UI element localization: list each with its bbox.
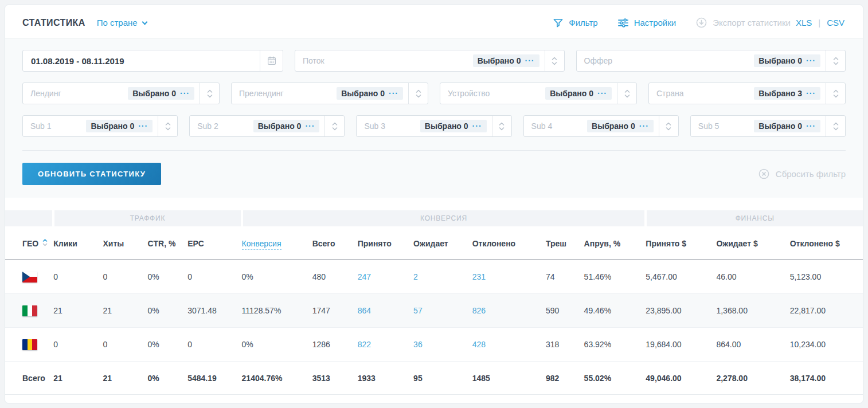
- filter-row-1: 01.08.2019 - 08.11.2019 ПотокВыбрано 0··…: [22, 50, 846, 72]
- column-header: Треш: [546, 226, 584, 260]
- value-cell: 0%: [242, 260, 312, 294]
- settings-label: Настройки: [634, 18, 677, 28]
- value-cell: 21: [53, 294, 103, 328]
- conversion-link-cell[interactable]: 822: [358, 328, 413, 362]
- date-range-input[interactable]: 01.08.2019 - 08.11.2019: [22, 50, 283, 72]
- statistics-card: СТАТИСТИКА По стране Фильтр Настройки: [5, 5, 863, 403]
- column-header: Апрув, %: [584, 226, 646, 260]
- value-cell: 19,684.00: [646, 328, 716, 362]
- totals-value-cell: 55.02%: [584, 362, 646, 395]
- value-cell: 0: [53, 328, 103, 362]
- date-range-value: 01.08.2019 - 08.11.2019: [23, 56, 260, 66]
- export-csv-link[interactable]: CSV: [827, 18, 844, 28]
- column-header[interactable]: Конверсия: [242, 226, 312, 260]
- conversion-link-cell[interactable]: 57: [413, 294, 472, 328]
- more-dots-icon[interactable]: ···: [806, 58, 816, 64]
- filter-select[interactable]: СтранаВыбрано 3···: [648, 83, 846, 104]
- more-dots-icon[interactable]: ···: [806, 123, 816, 129]
- export-xls-link[interactable]: XLS: [796, 18, 812, 28]
- conversion-link-cell[interactable]: 247: [358, 260, 413, 294]
- selected-count-chip: Выбрано 0···: [420, 120, 487, 132]
- filter-select[interactable]: ОфферВыбрано 0···: [576, 50, 846, 72]
- totals-value-cell: 21: [103, 362, 147, 395]
- value-cell: 5,123.00: [790, 260, 863, 294]
- totals-value-cell: 0%: [147, 362, 187, 395]
- more-dots-icon[interactable]: ···: [806, 91, 816, 96]
- filter-select[interactable]: ПрелендингВыбрано 0···: [231, 83, 428, 104]
- selected-count-label: Выбрано 0: [91, 121, 134, 131]
- conversion-link-cell[interactable]: 2: [413, 260, 472, 294]
- more-dots-icon[interactable]: ···: [305, 123, 315, 129]
- filter-select[interactable]: Sub 2Выбрано 0···: [189, 115, 345, 137]
- filter-select[interactable]: Sub 4Выбрано 0···: [523, 115, 679, 137]
- value-cell: 0: [103, 328, 147, 362]
- expand-collapse-icon[interactable]: [826, 50, 845, 71]
- filter-label: Фильтр: [569, 18, 597, 28]
- selected-count-chip: Выбрано 0···: [337, 87, 403, 100]
- totals-row: Всего21210%5484.1921404.76%3513193395148…: [5, 362, 863, 395]
- conversion-link-cell[interactable]: 428: [472, 328, 546, 362]
- totals-value-cell: 982: [546, 362, 584, 395]
- value-cell: 21: [103, 294, 147, 328]
- conversion-column-link[interactable]: Конверсия: [242, 239, 281, 250]
- filter-row-2: ЛендингВыбрано 0···ПрелендингВыбрано 0··…: [22, 83, 846, 104]
- flag-ro-icon: [22, 339, 37, 350]
- value-cell: 864.00: [716, 328, 789, 362]
- more-dots-icon[interactable]: ···: [138, 123, 148, 129]
- selected-count-chip: Выбрано 3···: [754, 87, 820, 100]
- filter-select[interactable]: УстройствоВыбрано 0···: [440, 83, 637, 104]
- download-circle-icon: [695, 17, 707, 29]
- selected-count-label: Выбрано 0: [341, 89, 385, 98]
- reset-filter-button[interactable]: Сбросить фильтр: [758, 168, 846, 180]
- filter-select[interactable]: ЛендингВыбрано 0···: [22, 83, 220, 104]
- column-header[interactable]: ГЕО: [5, 226, 53, 260]
- totals-label: Всего: [5, 362, 53, 395]
- expand-collapse-icon[interactable]: [492, 116, 511, 136]
- more-dots-icon[interactable]: ···: [472, 123, 482, 129]
- settings-button[interactable]: Настройки: [617, 18, 677, 28]
- conversion-link-cell[interactable]: 231: [472, 260, 546, 294]
- totals-value-cell: 95: [413, 362, 472, 395]
- expand-collapse-icon[interactable]: [617, 83, 636, 104]
- conversion-link-cell[interactable]: 36: [413, 328, 472, 362]
- filter-select-placeholder: Sub 5: [691, 121, 754, 131]
- expand-collapse-icon[interactable]: [826, 116, 845, 136]
- more-dots-icon[interactable]: ···: [639, 123, 649, 129]
- filter-select-placeholder: Sub 2: [190, 121, 253, 131]
- filter-row-3: Sub 1Выбрано 0···Sub 2Выбрано 0···Sub 3В…: [22, 115, 846, 137]
- filter-button[interactable]: Фильтр: [553, 17, 597, 28]
- geo-sort-header[interactable]: ГЕО: [22, 238, 48, 249]
- filter-select[interactable]: ПотокВыбрано 0···: [295, 50, 565, 72]
- value-cell: 11128.57%: [242, 294, 312, 328]
- view-selector-dropdown[interactable]: По стране: [97, 18, 147, 28]
- value-cell: 0: [187, 328, 241, 362]
- funnel-icon: [553, 17, 564, 28]
- update-statistics-button[interactable]: ОБНОВИТЬ СТАТИСТИКУ: [22, 163, 161, 185]
- filter-select[interactable]: Sub 5Выбрано 0···: [690, 115, 846, 137]
- value-cell: 590: [546, 294, 584, 328]
- expand-collapse-icon[interactable]: [324, 116, 344, 136]
- calendar-icon: [260, 50, 283, 71]
- more-dots-icon[interactable]: ···: [597, 91, 607, 96]
- more-dots-icon[interactable]: ···: [525, 58, 535, 64]
- expand-collapse-icon[interactable]: [826, 83, 845, 104]
- filter-select[interactable]: Sub 1Выбрано 0···: [22, 115, 178, 137]
- expand-collapse-icon[interactable]: [545, 50, 564, 71]
- export-group: Экспорт статистики XLS | CSV: [695, 17, 844, 29]
- more-dots-icon[interactable]: ···: [180, 91, 190, 96]
- expand-collapse-icon[interactable]: [659, 116, 678, 136]
- conversion-link-cell[interactable]: 864: [358, 294, 413, 328]
- conversion-link-cell[interactable]: 826: [472, 294, 546, 328]
- x-circle-icon: [758, 168, 770, 180]
- expand-collapse-icon[interactable]: [408, 83, 428, 104]
- expand-collapse-icon[interactable]: [158, 116, 177, 136]
- selected-count-label: Выбрано 0: [478, 56, 521, 65]
- more-dots-icon[interactable]: ···: [389, 91, 398, 96]
- selected-count-chip: Выбрано 0···: [473, 54, 539, 67]
- filter-select[interactable]: Sub 3Выбрано 0···: [356, 115, 511, 137]
- selected-count-label: Выбрано 0: [258, 121, 302, 131]
- expand-collapse-icon[interactable]: [200, 83, 219, 104]
- selected-count-chip: Выбрано 0···: [754, 120, 820, 132]
- table-group-header-row: ТРАФФИККОНВЕРСИЯФИНАНСЫ: [5, 210, 863, 226]
- column-header: Принято $: [646, 226, 716, 260]
